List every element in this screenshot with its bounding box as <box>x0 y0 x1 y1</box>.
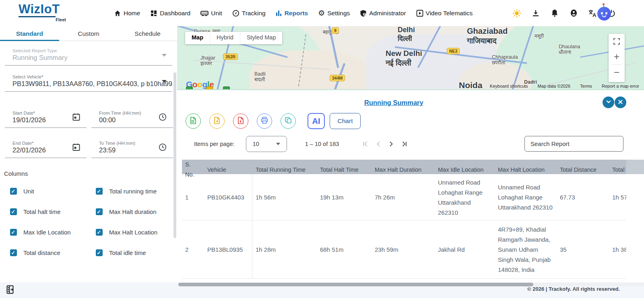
prev-page-button[interactable] <box>374 140 383 148</box>
report-panel: Running Summary AI Chart Items per page:… <box>177 89 644 282</box>
report-type-select[interactable]: Selected Report Type Running Summary <box>5 48 172 66</box>
from-time-field[interactable]: From Time (HH:mm) 00:00 <box>91 111 173 128</box>
checkbox-total-running-time[interactable]: Total running time <box>96 188 171 195</box>
cell-max-halt-loc: Unnamed Road Lohaghat Range Uttarakhand … <box>495 182 557 212</box>
checkbox-max-idle-location[interactable]: Max Idle Location <box>10 229 96 236</box>
nav-settings[interactable]: ⚙ Settings <box>318 10 350 17</box>
map-type-map-button[interactable]: Map <box>185 32 210 44</box>
app-logo: WizIoT Fleet <box>19 3 71 22</box>
end-date-field[interactable]: End Date* 22/01/2026 <box>5 141 87 158</box>
running-summary-link[interactable]: Running Summary <box>364 99 423 107</box>
chart-button[interactable]: Chart <box>330 113 361 129</box>
export-csv-button[interactable] <box>209 113 225 129</box>
cell-idle: 1h 38 <box>609 245 626 255</box>
report-map-error-link[interactable]: Report a map error <box>602 84 639 88</box>
panel-toggle-icon[interactable] <box>6 285 14 296</box>
header-max-halt-duration: Max Halt Duration <box>372 165 435 175</box>
cell-halt: 19h 13m <box>317 192 372 202</box>
gear-icon: ⚙ <box>318 10 325 17</box>
page-range-label: 1 – 10 of 183 <box>305 141 339 147</box>
to-time-field[interactable]: To Time (HH:mm) 23:59 <box>91 141 173 158</box>
nav-tracking[interactable]: Tracking <box>232 10 266 17</box>
excel-file-icon <box>190 117 196 126</box>
copy-button[interactable] <box>281 113 296 129</box>
robot-eye <box>601 12 603 14</box>
nav-dashboard[interactable]: Dashboard <box>150 10 190 17</box>
cell-distance: 35 <box>557 245 609 255</box>
cell-max-halt-loc: 4R79+89, Khadial Ramgarh Jawanda, Sunam … <box>495 224 557 275</box>
calendar-icon[interactable] <box>72 113 80 123</box>
nav-administrator[interactable]: Administrator <box>360 10 406 17</box>
map-type-styled-button[interactable]: Styled Map <box>240 32 283 44</box>
search-report-input[interactable] <box>524 136 623 152</box>
notifications-bell-icon[interactable] <box>550 9 559 18</box>
copy-icon <box>285 117 292 125</box>
vehicle-marker[interactable] <box>186 86 193 89</box>
nav-video-telematics[interactable]: Video Telematics <box>416 10 473 17</box>
logo-subtitle: Fleet <box>19 17 66 22</box>
keyboard-shortcuts-link[interactable]: Keyboard shortcuts <box>490 84 528 88</box>
ai-button[interactable]: AI <box>308 113 325 129</box>
zoom-in-button[interactable]: + <box>609 49 625 64</box>
tab-custom[interactable]: Custom <box>59 26 118 41</box>
map-label-new-delhi: New Delhiनई दिल्ली <box>386 49 422 68</box>
nav-unit[interactable]: Unit <box>200 10 222 17</box>
download-icon[interactable] <box>531 9 540 18</box>
assistant-robot-avatar[interactable] <box>597 7 611 21</box>
checkbox-max-halt-location[interactable]: Max Halt Location <box>96 229 171 236</box>
checkbox-icon <box>96 208 103 215</box>
header-total-idle-time: Total Idle Time <box>609 165 626 175</box>
nav-home[interactable]: Home <box>114 10 140 17</box>
fullscreen-icon[interactable] <box>609 34 625 49</box>
print-icon <box>261 117 268 125</box>
translate-icon[interactable]: A <box>588 9 597 18</box>
checkbox-icon <box>10 249 17 256</box>
next-page-button[interactable] <box>387 140 396 148</box>
table-header-row: S. No. Vehicle Total Running Time Total … <box>182 160 626 174</box>
nav-reports[interactable]: Reports <box>276 10 308 17</box>
checkbox-total-idle-time[interactable]: Total idle time <box>96 249 171 256</box>
chevron-down-icon <box>162 54 167 57</box>
scrollbar-thumb[interactable] <box>178 283 533 286</box>
tab-schedule[interactable]: Schedule <box>118 26 177 41</box>
table-horizontal-scrollbar[interactable] <box>178 283 644 286</box>
checkbox-max-halt-duration[interactable]: Max Halt duration <box>96 208 171 215</box>
checkbox-icon <box>10 188 17 195</box>
checkbox-total-distance[interactable]: Total distance <box>10 249 96 256</box>
clock-icon[interactable] <box>159 113 167 123</box>
vehicle-marker[interactable] <box>223 86 230 89</box>
export-excel-button[interactable] <box>186 113 201 129</box>
header-sno: S. No. <box>182 160 204 180</box>
export-pdf-button[interactable] <box>233 113 248 129</box>
checkbox-total-halt-time[interactable]: Total halt time <box>10 208 96 215</box>
csv-file-icon <box>214 117 220 126</box>
sidebar-scrollbar[interactable] <box>173 72 176 238</box>
cell-max-halt: 23h 59m <box>372 245 435 255</box>
copyright-text: © 2026 | Trackofy. All rights reserved. <box>527 286 620 292</box>
clock-icon[interactable] <box>159 143 167 153</box>
vehicle-marker[interactable] <box>206 86 213 89</box>
close-panel-button[interactable] <box>615 97 626 108</box>
map-type-hybrid-button[interactable]: Hybrid <box>210 32 240 44</box>
last-page-button[interactable] <box>400 140 409 148</box>
terms-link[interactable]: Terms <box>580 84 592 88</box>
pagination-bar: Items per page: 10 1 – 10 of 183 <box>194 135 409 153</box>
calendar-icon[interactable] <box>72 143 80 153</box>
print-button[interactable] <box>257 113 272 129</box>
collapse-panel-button[interactable] <box>603 97 614 108</box>
checkbox-icon <box>96 229 103 236</box>
account-icon[interactable] <box>569 9 578 18</box>
first-page-button[interactable] <box>361 140 370 148</box>
start-date-field[interactable]: Start Date* 19/01/2026 <box>5 111 87 128</box>
vehicle-select[interactable]: Select Vehicle* PB13W9811, PB13AA8760, P… <box>5 74 172 92</box>
map-label-chhapraula: Chhapraulaछपरौला <box>492 54 518 66</box>
chevron-down-icon <box>606 99 611 106</box>
page-size-select[interactable]: 10 <box>246 136 287 152</box>
route-shield-352r: 352R <box>223 53 238 60</box>
zoom-out-button[interactable]: − <box>609 65 625 80</box>
checkbox-unit[interactable]: Unit <box>10 188 96 195</box>
tab-standard[interactable]: Standard <box>0 26 59 41</box>
google-map[interactable]: Dujana छारा बहादुरगढ़ Delhiदिल्ली Ghazia… <box>177 26 644 89</box>
theme-sun-icon[interactable] <box>512 9 521 18</box>
close-icon <box>618 99 623 106</box>
